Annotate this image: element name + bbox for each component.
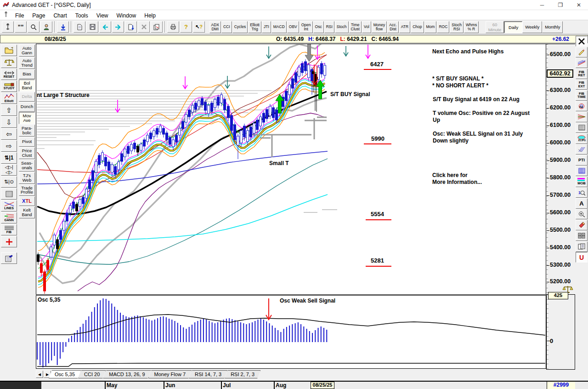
study-trade-profile[interactable]: Trade Profile <box>19 184 35 196</box>
study-seas-onals[interactable]: Seas- onals <box>19 160 35 172</box>
u-tool-button[interactable]: U <box>576 252 588 263</box>
tab-osc-5-35[interactable]: Osc 5,35 <box>49 370 81 378</box>
page-swap-icon[interactable] <box>125 21 137 33</box>
mob-button[interactable]: MOB <box>576 177 588 187</box>
tab-money-flow-7[interactable]: Money Flow 7 <box>148 370 192 378</box>
tab-rsi-2-7-3[interactable]: RSI 2, 7, 3 <box>225 370 260 378</box>
tab-rsi-14-7-3[interactable]: RSI 14, 7, 3 <box>189 370 227 378</box>
indicator-rsi[interactable]: RSI <box>324 21 334 33</box>
tab-scroll-left[interactable]: ◀ <box>36 371 43 378</box>
indicator-chop[interactable]: Chop <box>411 21 424 33</box>
compress-icon[interactable]: ⇅|⊙ <box>1 176 17 188</box>
context-help-icon[interactable]: ↖? <box>193 21 205 33</box>
gann-icon[interactable]: GANN <box>1 212 17 223</box>
study-auto-gann[interactable]: Auto Gann <box>19 45 35 57</box>
pencil-icon[interactable] <box>576 47 588 57</box>
zoom-in-icon[interactable] <box>576 209 588 219</box>
indicator-open[interactable]: Open Int <box>300 21 313 33</box>
delete-icon[interactable] <box>138 21 150 33</box>
study-tj-s-web[interactable]: TJ's Web <box>19 172 35 184</box>
indicator-money[interactable]: Money flow <box>372 21 387 33</box>
indicator-cci[interactable]: CCI <box>221 21 232 33</box>
study-donch[interactable]: Donch <box>19 102 35 112</box>
text-tool-button[interactable]: A <box>576 198 588 209</box>
close-button[interactable]: ✕ <box>570 0 588 10</box>
dice-grid-icon[interactable] <box>576 230 588 241</box>
elliott-icon[interactable]: Elliott <box>1 92 17 104</box>
back-icon[interactable] <box>99 21 111 33</box>
study-auto-trend[interactable]: Auto Trend <box>19 57 35 69</box>
print-icon[interactable] <box>167 21 179 33</box>
menu-window[interactable]: Window <box>113 11 141 20</box>
study-icon[interactable]: STUDY <box>1 80 17 92</box>
indicator-cycles[interactable]: Cycles <box>232 21 248 33</box>
tab-cci-20[interactable]: CCI 20 <box>78 370 106 378</box>
bar-spacing-icon[interactable]: ⇅|1 <box>1 152 17 164</box>
indicator-mom[interactable]: Mom <box>424 21 437 33</box>
eraser-icon[interactable] <box>576 220 588 230</box>
help-icon[interactable]: ? <box>180 21 192 33</box>
download-icon[interactable] <box>57 21 69 33</box>
quotes-icon[interactable]: ”” <box>15 21 27 33</box>
study-mov-ave[interactable]: Mov Ave <box>19 112 35 124</box>
grid-tool-icon[interactable] <box>576 122 588 133</box>
grid-icon[interactable] <box>1 188 17 200</box>
chart-canvas[interactable]: 6427599055545281 Next Echo and Pulse Hig… <box>36 44 546 295</box>
search-icon[interactable] <box>28 21 40 33</box>
indicator-atr[interactable]: ATR <box>399 21 410 33</box>
indicator-adx[interactable]: ADX DMI <box>209 21 221 33</box>
menu-file[interactable]: File <box>11 11 28 20</box>
minimize-button[interactable]: ─ <box>533 0 551 10</box>
timeframe-weekly[interactable]: Weekly <box>522 21 542 33</box>
fib-icon[interactable]: FIB <box>1 224 17 235</box>
indicator-osc[interactable]: Osc <box>313 21 324 33</box>
trendlines-icon[interactable] <box>576 57 588 68</box>
pages-icon[interactable] <box>151 21 163 33</box>
forward-icon[interactable] <box>112 21 124 33</box>
crosshair-icon[interactable] <box>1 236 17 247</box>
study-delta[interactable]: Delta <box>19 92 35 102</box>
indicator-obv[interactable]: OBV <box>287 21 299 33</box>
indicator-acc-[interactable]: Acc. Dist <box>387 21 399 33</box>
indicator-vol[interactable]: Vol <box>362 21 371 33</box>
timeframe-monthly[interactable]: Monthly <box>542 21 563 33</box>
menu-help[interactable]: Help <box>140 11 160 20</box>
pti-button[interactable]: PTI <box>576 155 588 166</box>
indicator-elliott[interactable]: Elliott Trig <box>248 21 261 33</box>
arrow-down-icon[interactable]: ⇩ <box>1 116 17 128</box>
hatch-lines-icon[interactable] <box>576 144 588 154</box>
lines-icon[interactable]: LINES <box>1 200 17 212</box>
indicator-time[interactable]: Time Clust <box>349 21 362 33</box>
blue-grid-icon[interactable] <box>576 166 588 176</box>
study-para-bolic[interactable]: Para- bolic <box>19 125 35 137</box>
pages-notes-icon[interactable] <box>576 241 588 252</box>
restore-button[interactable]: ❐ <box>551 0 570 10</box>
menu-page[interactable]: Page <box>28 11 49 20</box>
pin-icon[interactable] <box>2 21 14 33</box>
save-icon[interactable] <box>86 21 98 33</box>
fib-time-button[interactable]: FIB TIME <box>576 90 588 101</box>
indicator-stoch[interactable]: Stoch <box>335 21 349 33</box>
oscillator-panel[interactable]: Osc 5,35 Osc Weak Sell Signal <box>36 295 546 369</box>
indicator-jti[interactable]: JTI <box>262 21 271 33</box>
page-icon[interactable] <box>74 21 85 33</box>
study-bol-band[interactable]: Bol Band <box>19 80 35 92</box>
menu-chart[interactable]: Chart <box>49 11 71 20</box>
chart-annotation[interactable]: Click here for <box>432 172 468 178</box>
open-folder-icon[interactable] <box>1 45 17 56</box>
indicator-macd[interactable]: MACD <box>271 21 287 33</box>
value-loupe-icon[interactable]: 1 <box>576 187 588 198</box>
price-axis[interactable]: 6500.006300.006200.006100.006000.005900.… <box>546 44 575 295</box>
study-bias[interactable]: Bias <box>19 69 35 79</box>
scales-icon[interactable] <box>1 57 17 68</box>
indicator-whms[interactable]: Whms % R <box>464 21 479 33</box>
tab-macd-13-26-9[interactable]: MACD 13, 26, 9 <box>103 370 151 378</box>
fan-lines-icon[interactable] <box>576 112 588 122</box>
user-icon[interactable] <box>40 21 52 33</box>
menu-tools[interactable]: Tools <box>71 11 92 20</box>
child-window-icon[interactable] <box>0 11 11 19</box>
menu-view[interactable]: View <box>92 11 113 20</box>
indicator-stoch[interactable]: Stoch RSI <box>450 21 464 33</box>
arrow-up-icon[interactable]: ⇧ <box>1 104 17 116</box>
chart-annotation[interactable]: More Information... <box>432 179 482 185</box>
